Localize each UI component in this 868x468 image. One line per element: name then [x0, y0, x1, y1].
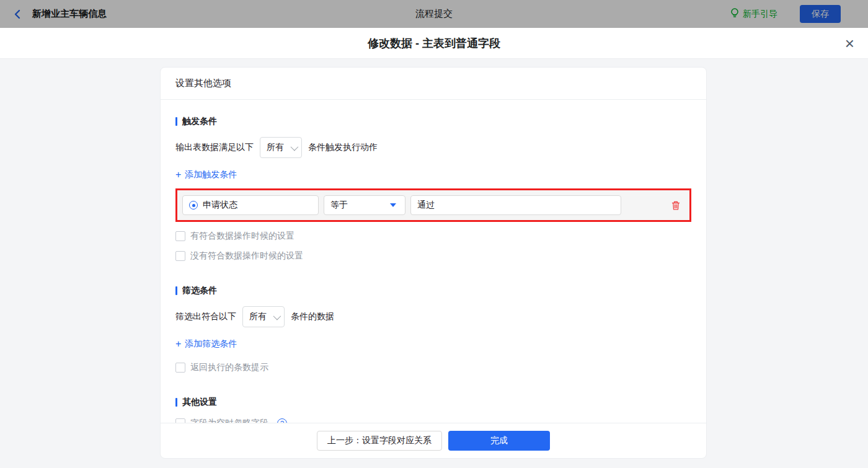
- add-trigger-condition-link[interactable]: + 添加触发条件: [175, 169, 237, 180]
- card-footer: 上一步：设置字段对应关系 完成: [161, 423, 706, 458]
- checkbox-no-match[interactable]: [175, 251, 185, 261]
- chevron-down-icon: [291, 143, 299, 151]
- add-filter-condition-link[interactable]: + 添加筛选条件: [175, 338, 237, 350]
- condition-field-select[interactable]: 申请状态: [182, 195, 319, 215]
- close-icon[interactable]: ×: [845, 35, 854, 51]
- condition-field-value: 申请状态: [203, 200, 237, 211]
- trigger-match-value: 所有: [267, 142, 284, 153]
- lightbulb-icon: [730, 7, 739, 20]
- options-card: 设置其他选项 触发条件 输出表数据满足以下 所有 条件触发执行动作 +: [160, 67, 707, 459]
- trigger-sentence-prefix: 输出表数据满足以下: [175, 142, 254, 153]
- topbar-actions: 新手引导 保存: [730, 5, 841, 23]
- card-body: 触发条件 输出表数据满足以下 所有 条件触发执行动作 + 添加触发条件: [161, 100, 706, 423]
- checkbox-return-count-label: 返回执行的条数提示: [190, 362, 268, 373]
- checkbox-has-match[interactable]: [175, 231, 185, 241]
- checkbox-return-count[interactable]: [175, 363, 185, 373]
- caret-down-icon: [390, 203, 396, 207]
- filter-sentence: 筛选出符合以下 所有 条件的数据: [175, 306, 691, 327]
- plus-icon: +: [175, 170, 181, 180]
- add-filter-condition-label: 添加筛选条件: [185, 338, 237, 350]
- card-header-title: 设置其他选项: [161, 68, 706, 100]
- filter-section-title: 筛选条件: [175, 285, 691, 296]
- add-trigger-condition-label: 添加触发条件: [185, 169, 237, 180]
- question-circle-icon[interactable]: ?: [277, 418, 287, 423]
- trigger-section-title: 触发条件: [175, 116, 691, 127]
- done-button[interactable]: 完成: [448, 431, 550, 451]
- save-button[interactable]: 保存: [800, 5, 841, 23]
- trash-icon[interactable]: [671, 200, 681, 211]
- section-accent-bar: [175, 286, 177, 295]
- modal-header: 修改数据 - 主表到普通字段 ×: [0, 28, 868, 59]
- condition-value-input[interactable]: [410, 195, 621, 215]
- back-button[interactable]: 新增业主车辆信息: [12, 8, 107, 20]
- trigger-checkbox-row-has-match: 有符合数据操作时候的设置: [175, 231, 691, 242]
- beginner-guide-link[interactable]: 新手引导: [730, 7, 777, 20]
- previous-step-button[interactable]: 上一步：设置字段对应关系: [317, 431, 442, 451]
- topbar: 新增业主车辆信息 流程提交 新手引导 保存: [0, 0, 868, 28]
- trigger-match-select[interactable]: 所有: [260, 137, 302, 158]
- trigger-sentence: 输出表数据满足以下 所有 条件触发执行动作: [175, 137, 691, 158]
- app-root: 新增业主车辆信息 流程提交 新手引导 保存 修改数据 - 主表到普通字段 × 设…: [0, 0, 868, 468]
- modal-body: 设置其他选项 触发条件 输出表数据满足以下 所有 条件触发执行动作 +: [0, 59, 868, 468]
- trigger-condition-row-highlighted: 申请状态 等于: [175, 188, 691, 222]
- condition-operator-select[interactable]: 等于: [324, 195, 405, 215]
- section-accent-bar: [175, 398, 177, 407]
- trigger-sentence-suffix: 条件触发执行动作: [308, 142, 378, 153]
- modal-title: 修改数据 - 主表到普通字段: [368, 36, 500, 51]
- flow-name-label: 新增业主车辆信息: [32, 8, 107, 20]
- radio-field-type-icon: [189, 201, 198, 210]
- filter-sentence-prefix: 筛选出符合以下: [175, 311, 236, 322]
- beginner-guide-label: 新手引导: [743, 9, 777, 20]
- checkbox-has-match-label: 有符合数据操作时候的设置: [190, 231, 294, 242]
- condition-operator-value: 等于: [330, 200, 348, 211]
- other-checkbox-row: 字段为空时忽略字段 ?: [175, 418, 691, 423]
- topbar-center-title: 流程提交: [415, 8, 453, 20]
- filter-match-select[interactable]: 所有: [242, 306, 285, 327]
- plus-icon: +: [175, 339, 181, 349]
- filter-checkbox-row: 返回执行的条数提示: [175, 362, 691, 373]
- checkbox-ignore-empty[interactable]: [175, 418, 185, 423]
- checkbox-no-match-label: 没有符合数据操作时候的设置: [190, 250, 303, 262]
- chevron-down-icon: [273, 312, 281, 320]
- section-accent-bar: [175, 117, 177, 126]
- checkbox-ignore-empty-label: 字段为空时忽略字段: [190, 418, 268, 423]
- filter-sentence-suffix: 条件的数据: [291, 311, 334, 322]
- filter-match-value: 所有: [249, 311, 267, 322]
- other-section-title: 其他设置: [175, 397, 691, 408]
- back-chevron-icon: [12, 9, 24, 20]
- trigger-checkbox-row-no-match: 没有符合数据操作时候的设置: [175, 250, 691, 262]
